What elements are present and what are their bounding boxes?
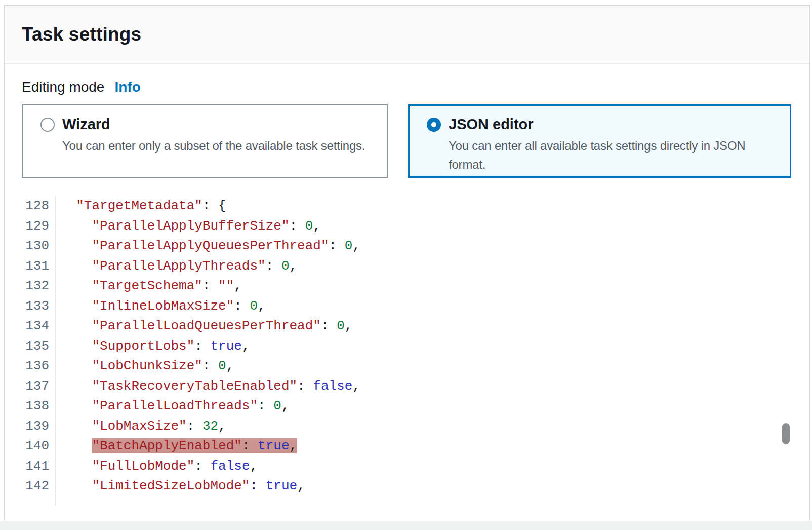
line-number: 141	[22, 457, 56, 477]
editing-mode-label: Editing mode	[22, 79, 104, 95]
editing-mode-options: Wizard You can enter only a subset of th…	[22, 104, 792, 178]
code-token: false	[313, 378, 352, 394]
code-text: "LimitedSizeLobMode": true,	[56, 476, 305, 497]
highlighted-code: "BatchApplyEnabled": true,	[92, 438, 297, 453]
code-token: ,	[297, 478, 305, 494]
code-text: "ParallelLoadThreads": 0,	[56, 396, 290, 417]
line-number	[22, 497, 56, 506]
code-token: ,	[290, 258, 298, 274]
code-token: ,	[226, 358, 234, 373]
page-title: Task settings	[22, 24, 141, 45]
line-number: 129	[22, 216, 56, 237]
code-token: :	[234, 298, 250, 314]
code-token: :	[258, 398, 273, 413]
option-card-json-editor[interactable]: JSON editor You can enter all available …	[408, 104, 791, 178]
code-line: 128 "TargetMetadata": {	[22, 196, 792, 216]
line-number: 132	[22, 276, 56, 296]
code-text: "ParallelApplyThreads": 0,	[56, 256, 297, 277]
code-token: ,	[234, 278, 242, 293]
json-code-editor[interactable]: 128 "TargetMetadata": {129 "ParallelAppl…	[22, 196, 792, 506]
code-token: false	[210, 459, 250, 474]
code-line: 129 "ParallelApplyBufferSize": 0,	[22, 216, 792, 237]
code-line: 132 "TargetSchema": "",	[22, 276, 792, 296]
code-token: 0	[337, 318, 345, 333]
code-text: "TargetMetadata": {	[56, 196, 226, 216]
radio-selected-icon[interactable]	[427, 118, 441, 132]
code-token: true	[210, 338, 241, 354]
code-token: "ParallelApplyBufferSize"	[92, 218, 289, 234]
code-line-stub	[22, 497, 792, 506]
code-token: :	[202, 358, 218, 373]
option-label-json-editor: JSON editor	[449, 116, 780, 133]
code-line: 133 "InlineLobMaxSize": 0,	[22, 296, 792, 317]
code-token: ,	[250, 459, 258, 474]
option-description-json-editor: You can enter all available task setting…	[449, 136, 780, 174]
scrollbar-thumb[interactable]	[782, 423, 790, 444]
code-token: :	[321, 318, 337, 333]
option-label-wizard: Wizard	[62, 116, 365, 133]
code-token: :	[187, 419, 202, 434]
code-text: "BatchApplyEnabled": true,	[56, 436, 297, 457]
page-background	[0, 521, 812, 530]
line-number: 137	[22, 376, 56, 397]
line-number: 128	[22, 196, 56, 216]
code-token: "InlineLobMaxSize"	[92, 298, 234, 314]
code-token: :	[297, 378, 313, 394]
code-token: :	[329, 238, 345, 253]
option-card-wizard[interactable]: Wizard You can enter only a subset of th…	[22, 104, 388, 178]
code-token: "ParallelLoadThreads"	[92, 398, 258, 413]
info-link[interactable]: Info	[114, 79, 140, 95]
line-number: 131	[22, 256, 56, 277]
code-token: :	[194, 459, 210, 474]
code-text: "SupportLobs": true,	[56, 336, 250, 357]
code-token: :	[202, 278, 218, 293]
code-token: ,	[352, 238, 360, 253]
option-description-wizard: You can enter only a subset of the avail…	[62, 136, 365, 155]
code-lines: 128 "TargetMetadata": {129 "ParallelAppl…	[22, 196, 792, 506]
code-token: "TaskRecoveryTableEnabled"	[92, 378, 297, 394]
code-token: 0	[281, 258, 290, 274]
code-token: "FullLobMode"	[92, 459, 194, 474]
option-card-text: Wizard You can enter only a subset of th…	[62, 116, 365, 155]
code-token: "ParallelApplyThreads"	[92, 258, 265, 274]
code-token: : {	[202, 198, 226, 213]
code-token: :	[266, 258, 281, 274]
code-line: 135 "SupportLobs": true,	[22, 336, 792, 357]
code-line: 141 "FullLobMode": false,	[22, 457, 792, 477]
code-token: ,	[290, 438, 298, 453]
code-token: 0	[250, 298, 258, 314]
code-line: 134 "ParallelLoadQueuesPerThread": 0,	[22, 316, 792, 336]
panel-header: Task settings	[5, 6, 809, 64]
code-line: 142 "LimitedSizeLobMode": true,	[22, 476, 792, 497]
code-token: ,	[258, 298, 266, 314]
code-token: ""	[218, 278, 234, 293]
code-token: "TargetSchema"	[92, 278, 202, 293]
line-number: 138	[22, 396, 56, 417]
code-token: ,	[281, 398, 290, 413]
code-token: :	[250, 478, 265, 494]
line-number: 135	[22, 336, 56, 357]
code-line: 140 "BatchApplyEnabled": true,	[22, 436, 792, 457]
code-token: "SupportLobs"	[92, 338, 194, 354]
line-number: 133	[22, 296, 56, 317]
radio-unselected-icon[interactable]	[40, 118, 55, 132]
line-number: 136	[22, 356, 56, 376]
code-token: ,	[352, 378, 360, 394]
code-token: 0	[345, 238, 353, 253]
code-token: "LobChunkSize"	[92, 358, 202, 373]
code-token: :	[242, 438, 258, 453]
code-token: "ParallelApplyQueuesPerThread"	[92, 238, 329, 253]
editing-mode-row: Editing mode Info	[22, 79, 792, 95]
code-text: "TaskRecoveryTableEnabled": false,	[56, 376, 360, 397]
code-text: "ParallelApplyQueuesPerThread": 0,	[56, 236, 360, 256]
panel-body: Editing mode Info Wizard You can enter o…	[5, 64, 809, 506]
code-line: 130 "ParallelApplyQueuesPerThread": 0,	[22, 236, 792, 256]
code-text: "ParallelLoadQueuesPerThread": 0,	[56, 316, 352, 336]
code-token: 0	[305, 218, 313, 234]
task-settings-panel: Task settings Editing mode Info Wizard Y…	[4, 5, 810, 521]
code-token: true	[266, 478, 297, 494]
line-number: 134	[22, 316, 56, 336]
code-token: true	[258, 438, 289, 453]
code-line: 137 "TaskRecoveryTableEnabled": false,	[22, 376, 792, 397]
code-token: 0	[273, 398, 281, 413]
